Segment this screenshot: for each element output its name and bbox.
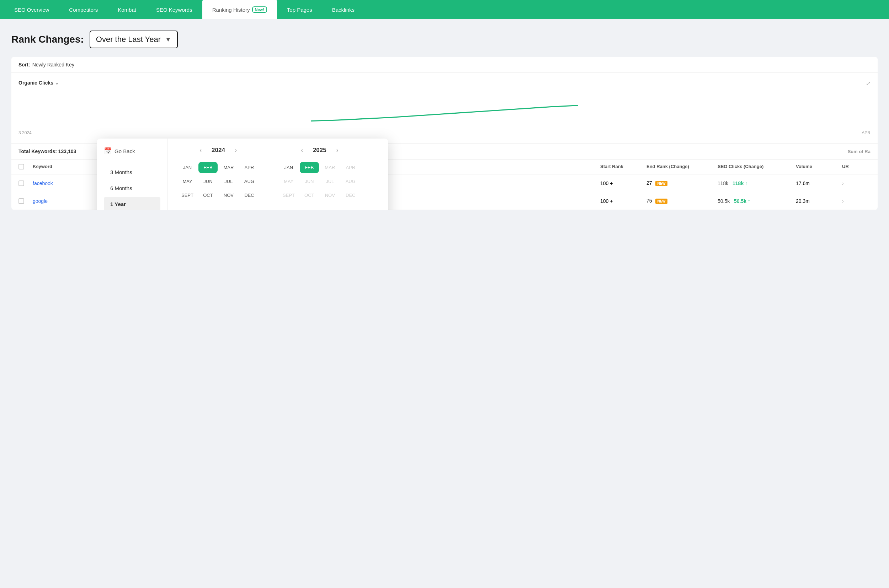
year-2024-label: 2024 <box>212 147 225 154</box>
row-checkbox <box>18 180 33 186</box>
new-tag: NEW <box>655 199 667 204</box>
month-jul-2025: JUL <box>320 176 340 187</box>
seo-clicks-change: 118k <box>733 180 743 186</box>
total-keywords-value: 133,103 <box>58 148 77 154</box>
month-aug-2025: AUG <box>341 176 360 187</box>
seo-clicks-cell: 50.5k 50.5k ↑ <box>718 198 796 204</box>
seo-clicks-change: 50.5k <box>734 198 746 204</box>
prev-year-2025-button[interactable]: ‹ <box>298 146 306 155</box>
chevron-down-icon: ⌄ <box>55 80 59 86</box>
month-mar-2024[interactable]: MAR <box>219 162 238 173</box>
volume-cell: 17.6m <box>796 180 842 186</box>
header-checkbox[interactable] <box>18 164 24 170</box>
month-nov-2024[interactable]: NOV <box>219 190 238 201</box>
nav-seo-keywords[interactable]: SEO Keywords <box>146 0 202 19</box>
year-header-2024: ‹ 2024 › <box>178 146 259 155</box>
month-may-2025: MAY <box>279 176 298 187</box>
up-arrow-icon: ↑ <box>748 198 750 204</box>
year-header-2025: ‹ 2025 › <box>279 146 360 155</box>
month-apr-2025: APR <box>341 162 360 173</box>
organic-clicks-chart <box>18 90 871 125</box>
rank-header: Rank Changes: Over the Last Year ▼ <box>11 30 878 48</box>
month-jan-2025[interactable]: JAN <box>279 162 298 173</box>
nav-ranking-history[interactable]: Ranking History New! <box>202 0 277 19</box>
month-jan-2024[interactable]: JAN <box>178 162 197 173</box>
month-sept-2025: SEPT <box>279 190 298 201</box>
calendar-picker: 📅 Go Back 3 Months 6 Months 1 Year 2 Yea… <box>97 138 388 210</box>
rank-changes-title: Rank Changes: <box>11 34 84 45</box>
nav-seo-overview[interactable]: SEO Overview <box>4 0 59 19</box>
navigation: SEO Overview Competitors Kombat SEO Keyw… <box>0 0 889 19</box>
up-arrow-icon: ↑ <box>745 180 748 186</box>
months-grid-2025: JAN FEB MAR APR MAY JUN JUL AUG SEPT OCT… <box>279 162 360 201</box>
expand-icon[interactable]: ⤢ <box>866 80 871 87</box>
chart-area: Organic Clicks ⌄ 3 2024 APR ⤢ <box>11 73 878 144</box>
sum-label: Sum of Ra <box>848 149 871 154</box>
col-volume-header[interactable]: Volume <box>796 164 842 170</box>
new-tag: NEW <box>655 181 667 186</box>
row-checkbox-google[interactable] <box>18 198 24 204</box>
chart-x-label-left: 3 2024 <box>18 128 32 140</box>
calendar-months: ‹ 2024 › JAN FEB MAR APR MAY JUN JUL <box>168 138 370 210</box>
col-end-rank-header[interactable]: End Rank (Change) <box>647 164 718 170</box>
end-rank-cell: 27 NEW <box>647 180 718 186</box>
month-apr-2024[interactable]: APR <box>240 162 259 173</box>
dropdown-arrow-icon: ▼ <box>165 36 171 44</box>
month-feb-2024[interactable]: FEB <box>199 162 218 173</box>
option-3-months[interactable]: 3 Months <box>104 165 160 179</box>
month-oct-2025: OCT <box>300 190 319 201</box>
month-jul-2024[interactable]: JUL <box>219 176 238 187</box>
next-year-2025-button[interactable]: › <box>334 146 341 155</box>
calendar-panel-2025: ‹ 2025 › JAN FEB MAR APR MAY JUN JUL <box>269 138 370 210</box>
calendar-panel-2024: ‹ 2024 › JAN FEB MAR APR MAY JUN JUL <box>168 138 269 210</box>
month-nov-2025: NOV <box>320 190 340 201</box>
month-dec-2024[interactable]: DEC <box>240 190 259 201</box>
ur-cell: › <box>842 180 871 186</box>
row-checkbox-facebook[interactable] <box>18 180 24 186</box>
start-rank-cell: 100 + <box>600 198 647 204</box>
total-keywords-label: Total Keywords: <box>18 148 57 154</box>
month-oct-2024[interactable]: OCT <box>199 190 218 201</box>
sort-bar: Sort: Newly Ranked Key <box>11 57 878 73</box>
rank-period-dropdown[interactable]: Over the Last Year ▼ <box>90 30 178 48</box>
calendar-icon: 📅 <box>104 147 112 155</box>
month-jun-2025: JUN <box>300 176 319 187</box>
year-2025-label: 2025 <box>313 147 326 154</box>
ur-cell: › <box>842 198 871 204</box>
row-checkbox <box>18 198 33 204</box>
month-may-2024[interactable]: MAY <box>178 176 197 187</box>
months-grid-2024: JAN FEB MAR APR MAY JUN JUL AUG SEPT OCT… <box>178 162 259 201</box>
end-rank-cell: 75 NEW <box>647 198 718 204</box>
nav-competitors[interactable]: Competitors <box>59 0 108 19</box>
option-1-year[interactable]: 1 Year <box>104 197 160 210</box>
keyword-link-google[interactable]: google <box>33 198 48 204</box>
calendar-options-panel: 📅 Go Back 3 Months 6 Months 1 Year 2 Yea… <box>97 138 168 210</box>
month-sept-2024[interactable]: SEPT <box>178 190 197 201</box>
next-year-2024-button[interactable]: › <box>232 146 240 155</box>
col-ur-header[interactable]: UR <box>842 164 871 170</box>
option-6-months[interactable]: 6 Months <box>104 181 160 195</box>
col-checkbox <box>18 164 33 170</box>
new-badge: New! <box>252 6 267 13</box>
chart-x-label-right: APR <box>862 128 871 140</box>
month-aug-2024[interactable]: AUG <box>240 176 259 187</box>
month-jun-2024[interactable]: JUN <box>199 176 218 187</box>
volume-cell: 20.3m <box>796 198 842 204</box>
month-dec-2025: DEC <box>341 190 360 201</box>
start-rank-cell: 100 + <box>600 180 647 186</box>
main-content: Rank Changes: Over the Last Year ▼ Sort:… <box>0 19 889 210</box>
month-feb-2025[interactable]: FEB <box>300 162 319 173</box>
seo-clicks-cell: 118k 118k ↑ <box>718 180 796 186</box>
chart-title[interactable]: Organic Clicks ⌄ <box>18 80 871 86</box>
prev-year-2024-button[interactable]: ‹ <box>197 146 205 155</box>
keyword-link-facebook[interactable]: facebook <box>33 180 53 186</box>
col-seo-clicks-header[interactable]: SEO Clicks (Change) <box>718 164 796 170</box>
nav-kombat[interactable]: Kombat <box>108 0 146 19</box>
nav-backlinks[interactable]: Backlinks <box>322 0 364 19</box>
month-mar-2025: MAR <box>320 162 340 173</box>
go-back-button[interactable]: 📅 Go Back <box>104 147 160 155</box>
main-table-container: Sort: Newly Ranked Key Organic Clicks ⌄ … <box>11 57 878 210</box>
nav-top-pages[interactable]: Top Pages <box>277 0 322 19</box>
col-start-rank-header[interactable]: Start Rank <box>600 164 647 170</box>
